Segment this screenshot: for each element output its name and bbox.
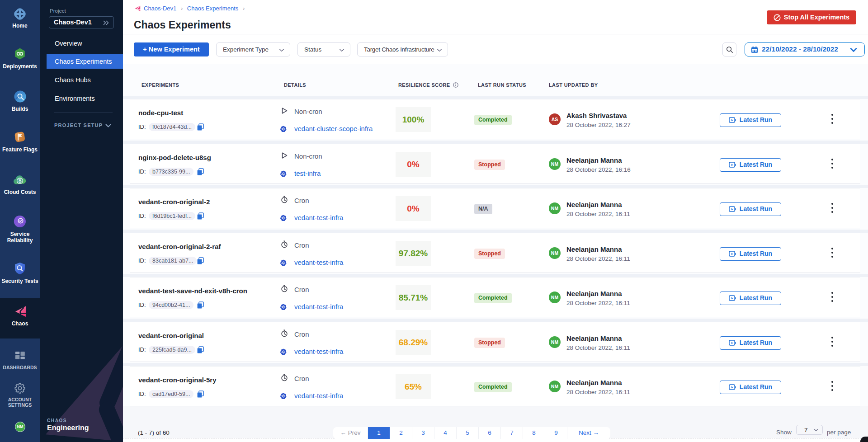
svg-text:$: $	[19, 178, 22, 184]
